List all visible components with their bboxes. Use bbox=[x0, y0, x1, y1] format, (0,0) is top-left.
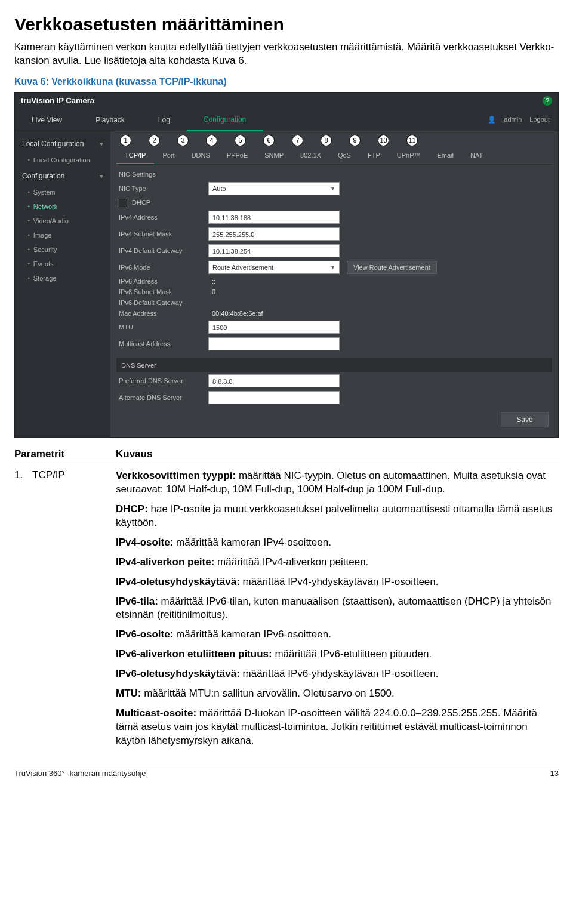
sidebar: Local Configuration▾ Local Configuration… bbox=[15, 131, 110, 437]
footer-doc-title: TruVision 360° -kameran määritysohje bbox=[14, 769, 146, 778]
subtab-qos[interactable]: QoS bbox=[329, 147, 359, 164]
tab-live-view[interactable]: Live View bbox=[15, 110, 79, 130]
sub-tabs: TCP/IP Port DDNS PPPoE SNMP 802.1X QoS F… bbox=[116, 147, 552, 165]
pref-dns-input[interactable]: 8.8.8.8 bbox=[208, 374, 340, 387]
ipv6-mode-select[interactable]: Route Advertisement▼ bbox=[208, 261, 340, 274]
parameters-table: Parametrit Kuvaus 1. TCP/IP Verkkosovitt… bbox=[14, 448, 559, 754]
multicast-input[interactable] bbox=[208, 337, 340, 350]
figure-caption: Kuva 6: Verkkoikkuna (kuvassa TCP/IP-ikk… bbox=[14, 76, 559, 87]
callout-11: 11 bbox=[406, 135, 418, 146]
subtab-email[interactable]: Email bbox=[429, 147, 462, 164]
main-tabs: Live View Playback Log Configuration 👤 a… bbox=[15, 109, 558, 131]
intro-text: Kameran käyttäminen verkon kautta edelly… bbox=[14, 41, 559, 68]
callout-3: 3 bbox=[177, 135, 189, 146]
callout-2: 2 bbox=[149, 135, 160, 146]
callout-1: 1 bbox=[120, 135, 131, 146]
chevron-down-icon: ▼ bbox=[330, 182, 335, 195]
user-name: admin bbox=[504, 116, 522, 123]
subtab-ddns[interactable]: DDNS bbox=[183, 147, 218, 164]
user-area: 👤 admin Logout bbox=[473, 110, 558, 130]
tab-playback[interactable]: Playback bbox=[79, 110, 141, 130]
param-num: 1. bbox=[14, 469, 32, 754]
subtab-snmp[interactable]: SNMP bbox=[256, 147, 292, 164]
nic-type-label: NIC Type bbox=[119, 185, 208, 192]
subtab-port[interactable]: Port bbox=[154, 147, 183, 164]
logout-link[interactable]: Logout bbox=[529, 116, 550, 123]
multicast-label: Multicast Address bbox=[119, 340, 208, 347]
help-icon[interactable]: ? bbox=[543, 96, 552, 106]
subtab-tcpip[interactable]: TCP/IP bbox=[116, 147, 154, 164]
table-header-param: Parametrit bbox=[14, 448, 116, 460]
callout-5: 5 bbox=[235, 135, 246, 146]
sidebar-item-video-audio[interactable]: Video/Audio bbox=[15, 214, 110, 228]
alt-dns-label: Alternate DNS Server bbox=[119, 394, 208, 401]
ipv4-gw-input[interactable]: 10.11.38.254 bbox=[208, 244, 340, 257]
ipv6-address-value: :: bbox=[208, 278, 340, 285]
view-route-advertisement-button[interactable]: View Route Advertisement bbox=[347, 261, 437, 274]
ipv6-mask-value: 0 bbox=[208, 288, 340, 295]
callout-numbers-row: 1 2 3 4 5 6 7 8 9 10 11 bbox=[116, 131, 552, 147]
ipv4-mask-label: IPv4 Subnet Mask bbox=[119, 230, 208, 238]
brand-logo: truVision IP Camera bbox=[21, 96, 94, 105]
titlebar: truVision IP Camera ? bbox=[15, 93, 558, 109]
pref-dns-label: Preferred DNS Server bbox=[119, 377, 208, 384]
sidebar-group-configuration[interactable]: Configuration▾ bbox=[15, 167, 110, 185]
content-panel: 1 2 3 4 5 6 7 8 9 10 11 TCP/IP Port DDNS bbox=[110, 131, 558, 437]
ipv4-gw-label: IPv4 Default Gateway bbox=[119, 247, 208, 254]
mtu-input[interactable]: 1500 bbox=[208, 321, 340, 334]
ipv6-address-label: IPv6 Address bbox=[119, 278, 208, 285]
ipv6-mask-label: IPv6 Subnet Mask bbox=[119, 288, 208, 295]
chevron-down-icon: ▼ bbox=[330, 261, 335, 274]
sidebar-item-events[interactable]: Events bbox=[15, 257, 110, 271]
callout-8: 8 bbox=[321, 135, 332, 146]
callout-6: 6 bbox=[263, 135, 275, 146]
sidebar-item-network[interactable]: Network bbox=[15, 199, 110, 214]
ipv4-address-input[interactable]: 10.11.38.188 bbox=[208, 211, 340, 224]
subtab-8021x[interactable]: 802.1X bbox=[292, 147, 329, 164]
tab-log[interactable]: Log bbox=[141, 110, 187, 130]
sidebar-item-system[interactable]: System bbox=[15, 185, 110, 199]
sidebar-item-security[interactable]: Security bbox=[15, 242, 110, 257]
user-icon: 👤 bbox=[488, 116, 496, 123]
mac-label: Mac Address bbox=[119, 310, 208, 317]
page-footer: TruVision 360° -kameran määritysohje 13 bbox=[14, 765, 559, 778]
param-name: TCP/IP bbox=[32, 469, 116, 754]
tab-configuration[interactable]: Configuration bbox=[187, 109, 263, 131]
save-button[interactable]: Save bbox=[501, 412, 549, 427]
sidebar-item-image[interactable]: Image bbox=[15, 228, 110, 242]
sidebar-item-storage[interactable]: Storage bbox=[15, 271, 110, 285]
camera-ui-screenshot: truVision IP Camera ? Live View Playback… bbox=[14, 92, 559, 438]
ipv4-mask-input[interactable]: 255.255.255.0 bbox=[208, 227, 340, 241]
mac-value: 00:40:4b:8e:5e:af bbox=[208, 310, 340, 317]
subtab-ftp[interactable]: FTP bbox=[359, 147, 389, 164]
subtab-pppoe[interactable]: PPPoE bbox=[218, 147, 256, 164]
callout-9: 9 bbox=[349, 135, 361, 146]
dhcp-checkbox[interactable] bbox=[119, 199, 127, 207]
param-desc: Verkkosovittimen tyyppi: määrittää NIC-t… bbox=[116, 469, 559, 754]
ipv6-gw-label: IPv6 Default Gateway bbox=[119, 299, 208, 306]
subtab-nat[interactable]: NAT bbox=[462, 147, 491, 164]
nic-section-label: NIC Settings bbox=[116, 165, 552, 180]
table-header-desc: Kuvaus bbox=[116, 448, 559, 460]
sidebar-item-local-configuration[interactable]: Local Configuration bbox=[15, 153, 110, 167]
nic-type-select[interactable]: Auto▼ bbox=[208, 182, 340, 195]
ipv4-address-label: IPv4 Address bbox=[119, 214, 208, 221]
footer-page-number: 13 bbox=[550, 769, 559, 778]
chevron-down-icon: ▾ bbox=[100, 140, 103, 148]
chevron-down-icon: ▾ bbox=[100, 172, 103, 180]
page-title: Verkkoasetusten määrittäminen bbox=[14, 14, 559, 35]
mtu-label: MTU bbox=[119, 324, 208, 331]
callout-7: 7 bbox=[292, 135, 303, 146]
dhcp-row: DHCP bbox=[119, 199, 208, 207]
dns-section-label: DNS Server bbox=[116, 358, 552, 372]
ipv6-mode-label: IPv6 Mode bbox=[119, 264, 208, 271]
callout-10: 10 bbox=[378, 135, 389, 146]
sidebar-group-local[interactable]: Local Configuration▾ bbox=[15, 135, 110, 153]
subtab-upnp[interactable]: UPnP™ bbox=[389, 147, 429, 164]
alt-dns-input[interactable] bbox=[208, 391, 340, 404]
callout-4: 4 bbox=[206, 135, 217, 146]
